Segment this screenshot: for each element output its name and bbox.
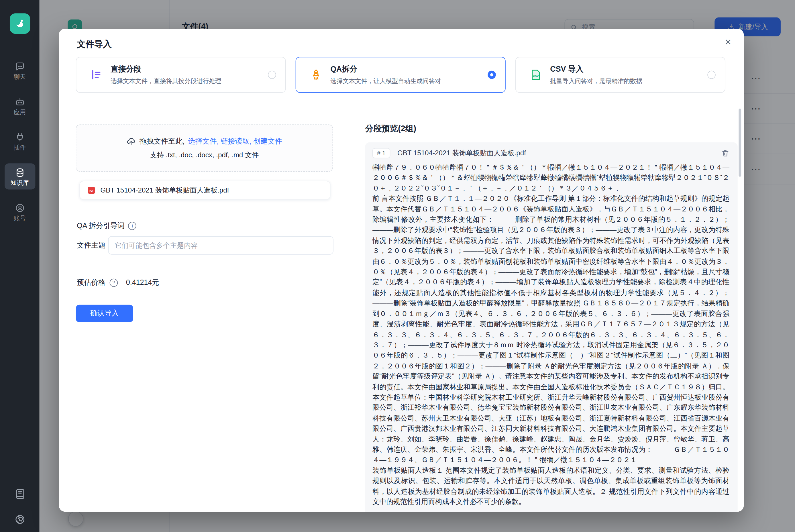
option-desc: 批量导入问答对，是最精准的数据: [550, 76, 699, 85]
sidebar-item-label: 知识库: [11, 180, 29, 186]
topic-row: 文件主题: [77, 236, 334, 254]
svg-text:csv: csv: [533, 74, 539, 78]
apps-icon: [15, 97, 25, 107]
sidebar-item-label: 账号: [14, 215, 26, 221]
confirm-import-button[interactable]: 确认导入: [76, 305, 133, 322]
option-texts: 直接分段 选择文本文件，直接将其按分段进行处理: [111, 64, 260, 85]
price-label: 预估价格: [77, 278, 106, 287]
file-import-modal: 文件导入 ✕ 直接分段 选择文本文件，直接将其按分段进行处理: [59, 28, 744, 512]
docs-icon[interactable]: [14, 488, 25, 499]
sidebar-item-label: 应用: [14, 109, 26, 115]
topic-input[interactable]: [108, 236, 334, 254]
chunk-paragraph: 前 言本文件按照 ＧＢ／Ｔ１．１—２０２０《标准化工作导则 第１部分：标准化文件…: [373, 194, 730, 466]
option-title: QA拆分: [330, 64, 479, 74]
option-title: 直接分段: [111, 64, 260, 74]
info-icon[interactable]: i: [128, 222, 137, 230]
help-icon[interactable]: ?: [110, 279, 118, 287]
sidebar-item-label: 聊天: [14, 74, 26, 80]
uploaded-file-item[interactable]: PDF GBT 15104-2021 装饰单板贴面人造板.pdf: [79, 181, 330, 200]
chat-icon: [15, 62, 25, 72]
chunk-paragraph: 犐犆犛７９．０６０犆犆犛犅７０！＂＃＄％＆＇（）＊犌犅／犜１５１０４—２０２１！…: [373, 163, 730, 194]
database-icon: [15, 168, 25, 178]
option-title: CSV 导入: [550, 64, 699, 74]
sidebar-item-chat[interactable]: 聊天: [4, 57, 35, 83]
sidebar-nav: 聊天 应用 插件: [0, 57, 40, 234]
chunk-index-badge: # 1: [373, 148, 390, 158]
radio-unselected[interactable]: [268, 71, 276, 79]
radio-selected[interactable]: [488, 71, 496, 79]
topic-label: 文件主题: [77, 241, 108, 250]
csv-file-icon: csv: [530, 69, 542, 81]
app-sidebar: 聊天 应用 插件: [0, 0, 40, 532]
qa-prompt-label: QA 拆分引导词: [77, 221, 125, 230]
app-logo-mark: [14, 18, 26, 30]
rocket-icon: [310, 69, 322, 81]
preview-title: 分段预览(2组): [365, 124, 416, 134]
modal-scrollbar-thumb[interactable]: [739, 109, 741, 177]
option-direct-segment[interactable]: 直接分段 选择文本文件，直接将其按分段进行处理: [76, 57, 286, 93]
file-dropzone[interactable]: 拖拽文件至此, 选择文件, 链接读取, 创建文件 支持 .txt, .doc, …: [76, 124, 333, 171]
uploaded-file-name: GBT 15104-2021 装饰单板贴面人造板.pdf: [100, 186, 229, 195]
preview-chunk-card: # 1 GBT 15104-2021 装饰单板贴面人造板.pdf 犐犆犛７９．０…: [365, 142, 738, 512]
chunk-paragraph: 装饰单板贴面人造板１ 范围本文件规定了装饰单板贴面人造板的术语和定义、分类、要求…: [373, 466, 730, 507]
dropzone-line1: 拖拽文件至此, 选择文件, 链接读取, 创建文件: [127, 137, 282, 146]
sidebar-item-dataset[interactable]: 知识库: [4, 163, 35, 189]
modal-title: 文件导入: [77, 38, 112, 50]
option-desc: 选择文本文件，直接将其按分段进行处理: [111, 76, 260, 85]
option-texts: CSV 导入 批量导入问答对，是最精准的数据: [550, 64, 699, 85]
close-icon[interactable]: ✕: [722, 35, 733, 49]
price-row: 预估价格 ? 0.41214元: [77, 278, 159, 287]
import-mode-options: 直接分段 选择文本文件，直接将其按分段进行处理 QA拆分 选择文本文件，让大模型…: [76, 57, 725, 93]
segment-icon: [90, 69, 102, 81]
radio-unselected[interactable]: [707, 71, 716, 79]
qa-prompt-row: QA 拆分引导词 i: [77, 221, 136, 230]
sidebar-bottom: [0, 488, 40, 525]
option-desc: 选择文本文件，让大模型自动生成问答对: [330, 76, 479, 85]
chunk-filename: GBT 15104-2021 装饰单板贴面人造板.pdf: [397, 149, 714, 158]
svg-text:PDF: PDF: [89, 189, 94, 192]
app-root: 聊天 应用 插件: [0, 0, 795, 532]
option-csv-import[interactable]: csv CSV 导入 批量导入问答对，是最精准的数据: [515, 57, 725, 93]
upload-cloud-icon: [127, 137, 136, 146]
sidebar-item-plugins[interactable]: 插件: [4, 128, 35, 154]
app-logo: [10, 13, 30, 34]
dropzone-action-links[interactable]: 选择文件, 链接读取, 创建文件: [188, 137, 282, 146]
sidebar-item-label: 插件: [14, 145, 26, 150]
dropzone-drag-text: 拖拽文件至此,: [139, 137, 185, 146]
sidebar-item-account[interactable]: 账号: [4, 199, 35, 225]
github-icon[interactable]: [14, 514, 25, 525]
chunk-header: # 1 GBT 15104-2021 装饰单板贴面人造板.pdf: [373, 148, 730, 158]
trash-icon[interactable]: [721, 149, 730, 157]
option-texts: QA拆分 选择文本文件，让大模型自动生成问答对: [330, 64, 479, 85]
pdf-file-icon: PDF: [87, 186, 96, 194]
dropzone-support-text: 支持 .txt, .doc, .docx, .pdf, .md 文件: [150, 150, 259, 159]
option-qa-split[interactable]: QA拆分 选择文本文件，让大模型自动生成问答对: [296, 57, 506, 93]
sidebar-item-apps[interactable]: 应用: [4, 93, 35, 119]
plugin-icon: [15, 132, 25, 142]
price-value: 0.41214元: [126, 278, 159, 287]
account-icon: [15, 203, 25, 213]
chunk-content: 犐犆犛７９．０６０犆犆犛犅７０！＂＃＄％＆＇（）＊犌犅／犜１５１０４—２０２１！…: [373, 163, 730, 507]
